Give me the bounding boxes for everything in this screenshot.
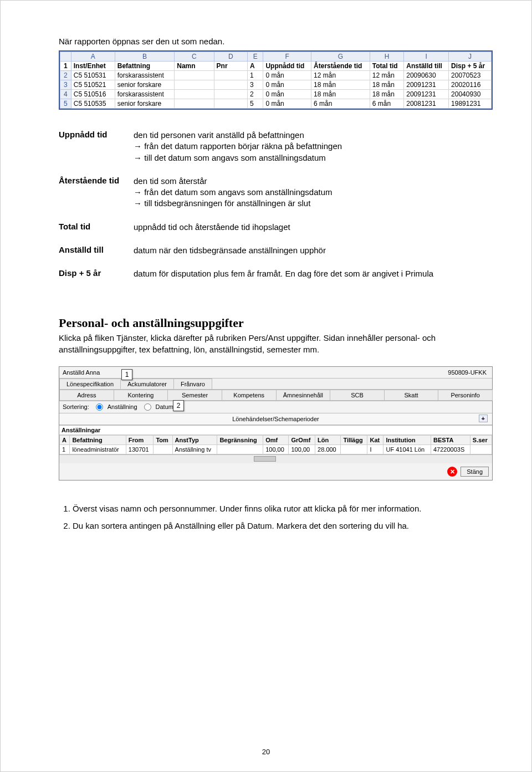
primula-window: 1 Anställd Anna 950809-UFKK Lönespecifik… xyxy=(59,366,493,480)
def-key: Uppnådd tid xyxy=(59,126,134,172)
note-item: Överst visas namn och personnummer. Unde… xyxy=(73,503,493,514)
grid-row[interactable]: 1 löneadministratör 130701 Anställning t… xyxy=(60,444,492,454)
grid-hdr: Lön xyxy=(315,435,341,444)
excel-cell: C5 510535 xyxy=(71,99,115,109)
excel-cell: 20070523 xyxy=(449,71,492,80)
grid-hdr: S.ser xyxy=(470,435,492,444)
excel-rownum: 5 xyxy=(60,99,71,109)
excel-header-cell: Befattning xyxy=(115,62,175,71)
excel-col-D: D xyxy=(214,52,247,62)
sort-radio-anstallning[interactable] xyxy=(96,403,103,411)
grid-cell: löneadministratör xyxy=(70,444,126,454)
grid-hdr: Begränsning xyxy=(217,435,263,444)
tab-franvaro[interactable]: Frånvaro xyxy=(173,379,212,389)
tab-kontering[interactable]: Kontering xyxy=(114,390,168,401)
employee-pnr: 950809-UFKK xyxy=(448,369,487,376)
callout-1: 1 xyxy=(121,369,132,380)
excel-cell: senior forskare xyxy=(115,99,175,109)
excel-cell: 19891231 xyxy=(449,99,492,109)
excel-cell: 18 mån xyxy=(311,80,370,90)
excel-report-figure: A B C D E F G H I J 1 Inst/Enhet Befattn… xyxy=(59,50,493,110)
tab-kompetens[interactable]: Kompetens xyxy=(222,390,277,401)
excel-cell xyxy=(214,80,247,90)
definitions-table: Uppnådd tidden tid personen varit anstäl… xyxy=(59,126,433,288)
tab-semester[interactable]: Semester xyxy=(167,390,222,401)
scroll-thumb[interactable] xyxy=(254,456,276,462)
excel-cell: 20090630 xyxy=(404,71,449,80)
horizontal-scrollbar[interactable] xyxy=(59,454,492,463)
excel-col-H: H xyxy=(370,52,403,62)
tab-adress[interactable]: Adress xyxy=(59,390,114,401)
excel-header-cell: Namn xyxy=(175,62,214,71)
excel-rownum: 3 xyxy=(60,80,71,90)
tab-scb[interactable]: SCB xyxy=(330,390,385,401)
grid-hdr: AnstTyp xyxy=(172,435,217,444)
excel-col-F: F xyxy=(263,52,311,62)
grid-cell: 100,00 xyxy=(289,444,315,454)
def-value: datum för disputation plus fem år framåt… xyxy=(134,265,433,288)
intro-text: När rapporten öppnas ser den ut som neda… xyxy=(59,37,493,46)
excel-cell: 0 mån xyxy=(263,99,311,109)
excel-header-cell: Inst/Enhet xyxy=(71,62,115,71)
section-heading: Personal- och anställningsuppgifter xyxy=(59,316,493,330)
excel-col-J: J xyxy=(449,52,492,62)
excel-cell: C5 510516 xyxy=(71,90,115,99)
grid-cell xyxy=(470,444,492,454)
section-body: Klicka på fliken Tjänster, klicka däreft… xyxy=(59,333,493,355)
excel-header-cell: Återstående tid xyxy=(311,62,370,71)
grid-cell xyxy=(217,444,263,454)
def-key: Återstående tid xyxy=(59,172,134,218)
sort-radio-datum[interactable] xyxy=(144,403,151,411)
excel-cell xyxy=(175,90,214,99)
excel-cell: 20040930 xyxy=(449,90,492,99)
add-button[interactable]: + xyxy=(479,415,488,422)
excel-header-cell: A xyxy=(247,62,263,71)
grid-cell: 130701 xyxy=(126,444,154,454)
excel-cell: 18 mån xyxy=(370,80,403,90)
excel-header-cell: Anställd till xyxy=(404,62,449,71)
excel-col-G: G xyxy=(311,52,370,62)
close-button[interactable]: Stäng xyxy=(461,467,489,477)
grid-cell: Anställning tv xyxy=(172,444,217,454)
grid-hdr: Tillägg xyxy=(341,435,367,444)
close-icon[interactable]: ✕ xyxy=(447,467,457,477)
grid-section-title: Anställningar xyxy=(59,426,492,435)
excel-cell: 6 mån xyxy=(370,99,403,109)
excel-header-cell: Total tid xyxy=(370,62,403,71)
def-value: datum när den tidsbegränsade anställning… xyxy=(134,242,433,265)
def-value: den tid personen varit anställd på befat… xyxy=(134,126,433,172)
page-number: 20 xyxy=(1,748,531,756)
grid-cell xyxy=(341,444,367,454)
excel-cell xyxy=(214,90,247,99)
grid-cell: 47220003S xyxy=(431,444,470,454)
excel-cell: 18 mån xyxy=(370,90,403,99)
excel-rownum: 4 xyxy=(60,90,71,99)
excel-col-E: E xyxy=(247,52,263,62)
grid-hdr: GrOmf xyxy=(289,435,315,444)
excel-cell: 20020116 xyxy=(449,80,492,90)
excel-cell: 20091231 xyxy=(404,90,449,99)
excel-header-cell: Pnr xyxy=(214,62,247,71)
grid-hdr: A xyxy=(60,435,70,444)
excel-col-C: C xyxy=(175,52,214,62)
excel-cell: 12 mån xyxy=(311,71,370,80)
tab-lonespec[interactable]: Lönespecifikation xyxy=(59,379,121,389)
grid-cell: 28.000 xyxy=(315,444,341,454)
excel-cell: 20091231 xyxy=(404,80,449,90)
grid-cell: 100,00 xyxy=(263,444,289,454)
excel-cell: 0 mån xyxy=(263,90,311,99)
excel-cell: forskarassistent xyxy=(115,90,175,99)
grid-hdr: Institution xyxy=(383,435,431,444)
grid-wrapper: Anställningar A Befattning From Tom Anst… xyxy=(59,425,492,454)
excel-cell: 18 mån xyxy=(311,90,370,99)
grid-cell: UF 41041 Lön xyxy=(383,444,431,454)
sort-opt2-label: Datum xyxy=(156,403,173,410)
tab-personinfo[interactable]: Personinfo xyxy=(438,390,493,401)
tab-skatt[interactable]: Skatt xyxy=(384,390,439,401)
tab-amnesinnehall[interactable]: Ämnesinnehåll xyxy=(276,390,331,401)
excel-col-I: I xyxy=(404,52,449,62)
excel-cell: 3 xyxy=(247,80,263,90)
mid-header: Lönehändelser/Schemaperioder + xyxy=(59,413,492,425)
def-value: den tid som återstår→ från det datum som… xyxy=(134,172,433,218)
excel-rownum: 2 xyxy=(60,71,71,80)
